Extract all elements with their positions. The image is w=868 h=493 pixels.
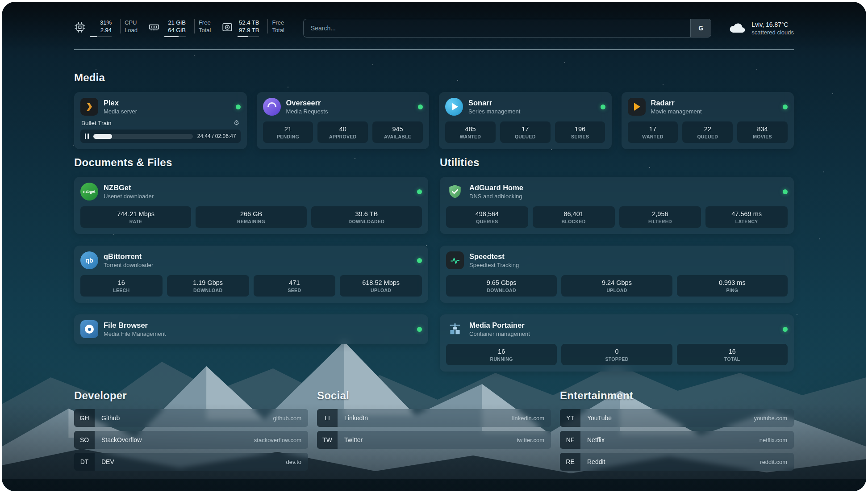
stat-value: 1.19 Gbps	[169, 279, 247, 286]
stat-queued: 22 QUEUED	[682, 121, 733, 143]
memory-usage-bar	[164, 36, 186, 37]
bookmark-name: Netflix	[580, 436, 605, 443]
stat-value: 40	[319, 125, 366, 133]
stat-queries: 498,564 QUERIES	[446, 206, 528, 228]
top-bar: 31% 2.94 CPU Load	[74, 19, 794, 38]
service-card-filebrowser[interactable]: File Browser Media File Management	[74, 314, 428, 344]
cpu-usage-bar	[90, 36, 112, 37]
cpu-percent: 31%	[100, 19, 112, 26]
service-name: NZBGet	[104, 184, 154, 192]
service-titles: Plex Media server	[104, 99, 137, 115]
service-card-overseerr[interactable]: Overseerr Media Requests 21 PENDING 40 A…	[257, 92, 430, 149]
bookmark-github[interactable]: GH Github github.com	[74, 409, 308, 427]
stat-label: QUERIES	[448, 219, 526, 224]
stat-blocked: 86,401 BLOCKED	[533, 206, 615, 228]
bookmark-abbr: DT	[74, 453, 95, 471]
bookmark-twitter[interactable]: TW Twitter twitter.com	[317, 431, 551, 449]
stats-row: 744.21 Mbps RATE 266 GB REMAINING 39.6 T…	[80, 206, 422, 228]
stats-row: 16 RUNNING 0 STOPPED 16 TOTAL	[446, 344, 788, 365]
stat-download: 9.65 Gbps DOWNLOAD	[446, 275, 557, 297]
stat-value: 22	[684, 125, 731, 133]
service-titles: AdGuard Home DNS and adblocking	[469, 184, 523, 200]
stat-label: DOWNLOAD	[169, 288, 247, 293]
progress-track[interactable]	[93, 134, 193, 139]
disk-icon	[221, 21, 233, 33]
service-card-portainer[interactable]: Media Portainer Container management 16 …	[440, 314, 794, 372]
service-titles: NZBGet Usenet downloader	[104, 184, 154, 200]
bookmark-url: stackoverflow.com	[254, 437, 308, 443]
bookmark-url: github.com	[273, 415, 308, 422]
section-documents: Documents & Files nzbget NZBGet Usenet d…	[74, 156, 428, 372]
stat-value: 471	[255, 279, 334, 286]
bookmark-name: Github	[95, 414, 120, 422]
stat-label: STOPPED	[563, 356, 670, 362]
status-dot	[417, 189, 422, 194]
section-title-documents: Documents & Files	[74, 156, 428, 169]
service-card-plex[interactable]: Plex Media server Bullet Train ⚙ 24:44 /…	[74, 92, 247, 149]
status-dot	[418, 104, 423, 109]
service-card-adguard[interactable]: AdGuard Home DNS and adblocking 498,564 …	[440, 177, 794, 234]
service-card-sonarr[interactable]: Sonarr Series management 485 WANTED 17 Q…	[439, 92, 612, 149]
service-description: Speedtest Tracking	[469, 262, 519, 268]
stat-label: LEECH	[82, 288, 161, 293]
card-header: Radarr Movie management	[628, 98, 788, 116]
bookmark-stackoverflow[interactable]: SO StackOverflow stackoverflow.com	[74, 431, 308, 449]
stat-value: 196	[557, 125, 604, 133]
playback-time: 24:44 / 02:06:47	[197, 133, 236, 139]
cpu-widget: 31% 2.94 CPU Load	[74, 19, 138, 37]
bookmark-reddit[interactable]: RE Reddit reddit.com	[560, 453, 794, 471]
service-description: Series management	[468, 108, 520, 115]
card-header: Plex Media server	[80, 98, 241, 116]
service-card-nzbget[interactable]: nzbget NZBGet Usenet downloader 744.21 M…	[74, 177, 428, 234]
stat-label: TOTAL	[679, 356, 786, 362]
stat-approved: 40 APPROVED	[317, 121, 368, 143]
service-name: qBittorrent	[104, 252, 153, 261]
radarr-icon	[628, 98, 646, 116]
bookmark-name: Reddit	[580, 458, 605, 465]
stats-row: 498,564 QUERIES 86,401 BLOCKED 2,956 FIL…	[446, 206, 788, 228]
bookmark-linkedin[interactable]: LI LinkedIn linkedin.com	[317, 409, 551, 427]
service-description: Media File Management	[104, 330, 166, 337]
stats-row: 485 WANTED 17 QUEUED 196 SERIES	[445, 121, 605, 143]
memory-total-value: 64 GiB	[168, 27, 186, 33]
pause-icon[interactable]	[85, 134, 89, 139]
stat-wanted: 485 WANTED	[445, 121, 496, 143]
stat-total: 16 TOTAL	[677, 344, 788, 365]
service-titles: Media Portainer Container management	[469, 321, 530, 337]
service-card-qbittorrent[interactable]: qb qBittorrent Torrent downloader 16 LEE…	[74, 246, 428, 303]
stat-filtered: 2,956 FILTERED	[619, 206, 701, 228]
weather-widget: Lviv, 16.87°C scattered clouds	[728, 19, 794, 37]
stat-value: 2,956	[621, 210, 700, 217]
service-titles: qBittorrent Torrent downloader	[104, 252, 153, 268]
search-provider-button[interactable]: G	[690, 19, 711, 37]
memory-icon	[148, 21, 160, 33]
status-dot	[783, 104, 788, 109]
search-input[interactable]	[304, 19, 690, 37]
bookmark-abbr: YT	[560, 409, 580, 427]
search-bar: G	[303, 19, 711, 38]
section-entertainment: Entertainment YT YouTube youtube.com NF …	[560, 389, 794, 475]
stat-value: 498,564	[448, 210, 526, 217]
status-dot	[236, 104, 241, 109]
bookmark-abbr: NF	[560, 431, 580, 449]
bookmark-netflix[interactable]: NF Netflix netflix.com	[560, 431, 794, 449]
service-card-speedtest[interactable]: Speedtest Speedtest Tracking 9.65 Gbps D…	[440, 246, 794, 303]
stat-upload: 618.52 Mbps UPLOAD	[340, 275, 422, 297]
disk-usage-bar	[238, 36, 259, 37]
card-header: Sonarr Series management	[445, 98, 605, 116]
snow-particles	[2, 2, 3, 3]
bookmark-youtube[interactable]: YT YouTube youtube.com	[560, 409, 794, 427]
service-description: DNS and adblocking	[469, 193, 523, 200]
stats-row: 17 WANTED 22 QUEUED 834 MOVIES	[628, 121, 788, 143]
stat-label: DOWNLOAD	[448, 288, 555, 293]
cpu-load-label: Load	[125, 27, 138, 33]
stat-value: 485	[447, 125, 494, 133]
bookmark-abbr: TW	[317, 431, 338, 449]
service-card-radarr[interactable]: Radarr Movie management 17 WANTED 22 QUE…	[622, 92, 794, 149]
filebrowser-icon	[80, 320, 98, 338]
stat-label: SERIES	[557, 134, 604, 139]
bookmark-dev[interactable]: DT DEV dev.to	[74, 453, 308, 471]
section-title-media: Media	[74, 71, 794, 84]
settings-gear-icon[interactable]: ⚙	[234, 120, 239, 126]
section-media: Media Plex Media server Bullet Train ⚙	[74, 71, 794, 149]
